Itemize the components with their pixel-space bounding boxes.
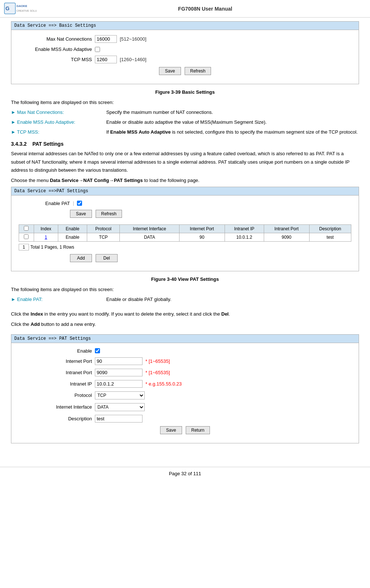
row-index-cell[interactable]: 1 [34,233,58,241]
panel-title-pat: Data Service ==>PAT Settings [11,187,359,196]
detail-enable-label: Enable [19,348,92,354]
svg-text:GAOKE: GAOKE [16,4,27,8]
figure39-caption: Figure 3-39 Basic Settings [11,89,359,95]
fig40-item1-label: ► Enable PAT: [11,296,106,304]
basic-refresh-button[interactable]: Refresh [185,67,211,75]
tcp-mss-input[interactable] [95,56,117,63]
fig39-item1-text: Specify the maximum number of NAT connec… [106,109,359,116]
fig39-item-3: ► TCP MSS: If Enable MSS Auto Adaptive i… [11,129,359,136]
detail-inet-port-hint: * [1~65535] [145,358,170,364]
pat-para2: Choose the menu Data Service→NAT Config→… [11,176,359,185]
footer-text: Page 32 of 111 [169,471,201,476]
svg-text:G: G [5,5,10,11]
row-inet-port-cell: 90 [179,233,225,241]
detail-btn-row: Save Return [19,426,351,438]
detail-intranet-ip-input[interactable] [95,380,143,388]
fig39-desc-list: ► Max Nat Connections: Specify the maxim… [11,109,359,136]
fig39-item-2: ► Enable MSS Auto Adaptive: Enable or di… [11,119,359,126]
enable-pat-row: Enable PAT | [19,201,351,206]
detail-desc-label: Description [19,416,92,421]
logo: G GAOKE CREATIVE SOLUTION [4,2,37,15]
page-title: FG7008N User Manual [44,6,366,12]
max-nat-row: Max Nat Connections [512~16000] [19,35,351,43]
mss-adaptive-checkbox[interactable] [95,47,100,52]
figure40-caption: Figure 3-40 View PAT Settings [11,276,359,282]
fig39-intro: The following items are displayed on thi… [11,98,359,107]
row-inet-iface-cell: DATA [120,233,179,241]
detail-intranet-port-input[interactable] [95,369,143,376]
pat-bottom-btn-row: Add Del [70,254,351,266]
max-nat-input[interactable] [95,35,117,43]
fig39-item-1: ► Max Nat Connections: Specify the maxim… [11,109,359,116]
col-enable-header: Enable [58,224,87,233]
col-inet-iface-header: Internet Interface [120,224,179,233]
fig40-desc-list: ► Enable PAT: Enable or disable PAT glob… [11,296,359,304]
add-button[interactable]: Add [70,254,92,262]
col-intranet-ip-header: Intranet IP [225,224,264,233]
col-inet-port-header: Internet Port [179,224,225,233]
row-enable-cell: Enable [58,233,87,241]
enable-pat-separator: | [73,201,74,206]
detail-desc-input[interactable] [95,415,143,423]
panel-title-basic: Data Service ==> Basic Settings [11,22,359,30]
panel-body-pat-detail: Enable Internet Port * [1~65535] Intrane… [11,343,359,443]
detail-enable-row: Enable [19,348,351,354]
basic-settings-btn-row: Save Refresh [19,67,351,79]
pat-refresh-button[interactable]: Refresh [96,210,122,218]
fig40-item1-text: Enable or disable PAT globally. [106,296,359,304]
fig39-item2-label: ► Enable MSS Auto Adaptive: [11,119,106,126]
detail-intranet-port-label: Intranet Port [19,370,92,375]
row-checkbox-cell [19,233,34,241]
col-desc-header: Description [309,224,351,233]
detail-inet-port-row: Internet Port * [1~65535] [19,357,351,365]
basic-save-button[interactable]: Save [159,67,181,75]
pat-settings-detail-panel: Data Service ==> PAT Settings Enable Int… [11,334,359,443]
detail-enable-checkbox[interactable] [95,348,100,353]
row-desc-cell: test [309,233,351,241]
detail-intranet-ip-label: Intranet IP [19,381,92,387]
page-num-input[interactable] [19,244,29,250]
detail-inet-port-label: Internet Port [19,358,92,364]
detail-protocol-select[interactable]: TCP UDP [95,391,145,399]
pagination-text: Total 1 Pages, 1 Rows [30,245,74,250]
detail-return-button[interactable]: Return [186,426,210,434]
del-button[interactable]: Del [96,254,118,262]
select-all-checkbox[interactable] [24,226,29,231]
enable-pat-checkbox[interactable] [77,201,82,206]
tcp-mss-label: TCP MSS [19,57,92,62]
max-nat-hint: [512~16000] [120,36,147,42]
panel-body-basic: Max Nat Connections [512~16000] Enable M… [11,30,359,84]
tcp-mss-row: TCP MSS [1260~1460] [19,56,351,63]
detail-protocol-row: Protocol TCP UDP [19,391,351,399]
pat-settings-panel: Data Service ==>PAT Settings Enable PAT … [11,187,359,271]
col-index-header: Index [34,224,58,233]
section-342-title: 3.4.3.2 PAT Settings [11,141,359,147]
detail-save-button[interactable]: Save [160,426,182,434]
detail-desc-row: Description [19,415,351,423]
pat-table: Index Enable Protocol Internet Interface… [19,224,351,242]
section-subtitle: PAT Settings [32,141,63,147]
fig39-item3-label: ► TCP MSS: [11,129,106,136]
pat-para1: Several internal addresses can be NATed … [11,150,359,174]
detail-inet-port-input[interactable] [95,357,143,365]
enable-pat-label: Enable PAT [19,201,70,206]
row-intranet-port-cell: 9090 [264,233,309,241]
row-intranet-ip-cell: 10.0.1.2 [225,233,264,241]
table-row: 1 Enable TCP DATA 90 10.0.1.2 9090 test [19,233,351,241]
detail-intranet-port-row: Intranet Port * [1~65535] [19,369,351,376]
main-content: Data Service ==> Basic Settings Max Nat … [0,21,370,459]
pat-top-btn-row: Save Refresh [70,210,351,222]
detail-inet-iface-select[interactable]: DATA [95,403,145,411]
detail-protocol-label: Protocol [19,392,92,398]
row-checkbox[interactable] [24,234,29,239]
max-nat-label: Max Nat Connections [19,36,92,42]
col-intranet-port-header: Intranet Port [264,224,309,233]
section-num: 3.4.3.2 [11,141,27,147]
extra-line1: Click the Index in the entry you want to… [11,310,359,318]
detail-inet-iface-row: Internet Interface DATA [19,403,351,411]
detail-intranet-ip-row: Intranet IP * e.g.155.55.0.23 [19,380,351,388]
pat-save-button[interactable]: Save [70,210,92,218]
page-footer: Page 32 of 111 [0,467,370,476]
tcp-mss-hint: [1260~1460] [120,57,147,62]
panel-body-pat: Enable PAT | Save Refresh Index Enable P… [11,196,359,271]
